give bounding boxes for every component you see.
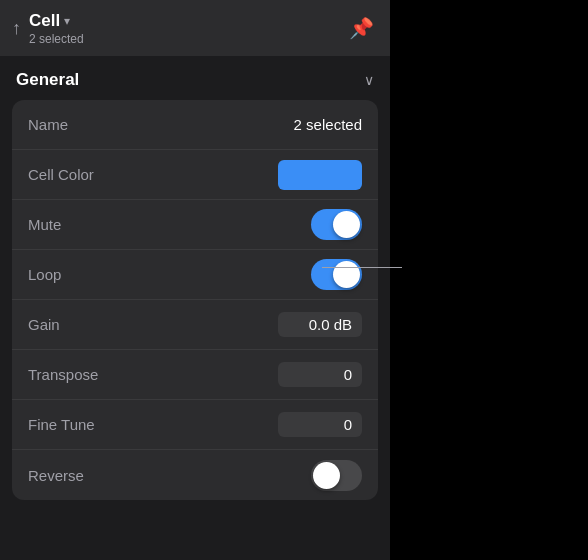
loop-row: Loop <box>12 250 378 300</box>
cell-color-label: Cell Color <box>28 166 94 183</box>
mute-label: Mute <box>28 216 61 233</box>
mute-row: Mute <box>12 200 378 250</box>
title-chevron-icon[interactable]: ▾ <box>64 14 70 28</box>
reverse-toggle-knob <box>313 462 340 489</box>
name-row: Name 2 selected <box>12 100 378 150</box>
section-title: General <box>16 70 79 90</box>
gain-label: Gain <box>28 316 60 333</box>
loop-toggle-knob <box>333 261 360 288</box>
header-left: ↑ Cell ▾ 2 selected <box>12 11 84 46</box>
reverse-toggle-slider <box>311 460 362 491</box>
loop-toggle-slider <box>311 259 362 290</box>
cell-color-row: Cell Color <box>12 150 378 200</box>
panel-title: Cell <box>29 11 60 31</box>
reverse-label: Reverse <box>28 467 84 484</box>
name-label: Name <box>28 116 68 133</box>
reverse-toggle[interactable] <box>311 460 362 491</box>
fine-tune-value[interactable]: 0 <box>278 412 362 437</box>
transpose-label: Transpose <box>28 366 98 383</box>
fine-tune-row: Fine Tune 0 <box>12 400 378 450</box>
cell-color-button[interactable] <box>278 160 362 190</box>
panel-header: ↑ Cell ▾ 2 selected 📌 <box>0 0 390 56</box>
name-value: 2 selected <box>294 116 362 133</box>
section-chevron-icon[interactable]: ∨ <box>364 72 374 88</box>
loop-label: Loop <box>28 266 61 283</box>
back-icon[interactable]: ↑ <box>12 18 21 39</box>
panel-subtitle: 2 selected <box>29 32 84 46</box>
header-title-row: Cell ▾ <box>29 11 84 31</box>
loop-toggle[interactable] <box>311 259 362 290</box>
transpose-value[interactable]: 0 <box>278 362 362 387</box>
mute-toggle-slider <box>311 209 362 240</box>
pin-icon[interactable]: 📌 <box>349 16 374 40</box>
gain-value[interactable]: 0.0 dB <box>278 312 362 337</box>
fine-tune-label: Fine Tune <box>28 416 95 433</box>
annotation-line <box>322 267 402 268</box>
general-section-header[interactable]: General ∨ <box>0 56 390 100</box>
mute-toggle[interactable] <box>311 209 362 240</box>
mute-toggle-knob <box>333 211 360 238</box>
transpose-row: Transpose 0 <box>12 350 378 400</box>
header-title-block: Cell ▾ 2 selected <box>29 11 84 46</box>
right-area <box>390 0 588 560</box>
gain-row: Gain 0.0 dB <box>12 300 378 350</box>
reverse-row: Reverse <box>12 450 378 500</box>
properties-panel: ↑ Cell ▾ 2 selected 📌 General ∨ Name 2 s… <box>0 0 390 560</box>
general-form: Name 2 selected Cell Color Mute Loop <box>12 100 378 500</box>
